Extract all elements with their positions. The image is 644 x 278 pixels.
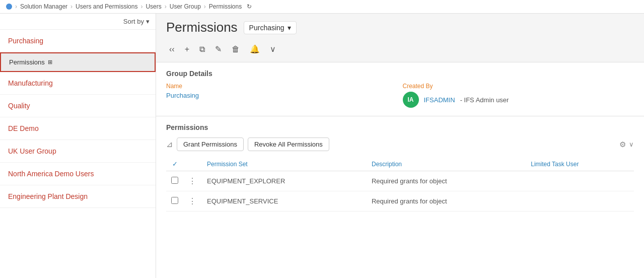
group-badge-label: Purchasing <box>249 24 284 32</box>
sidebar: Sort by ▾ Purchasing Permissions ⊞ Manuf… <box>0 14 156 278</box>
bell-button[interactable]: 🔔 <box>247 42 263 56</box>
table-header-row: ✓ Permission Set Description Limited Tas… <box>166 157 634 171</box>
app-dot <box>6 4 12 10</box>
sort-button[interactable]: Sort by ▾ <box>123 18 150 25</box>
sidebar-item-north-america[interactable]: North America Demo Users <box>0 163 156 185</box>
toolbar: ‹‹ + ⧉ ✎ 🗑 🔔 ∨ <box>166 40 634 58</box>
dots-col-header <box>183 157 202 171</box>
created-by-label: Created By <box>403 83 634 90</box>
main-area: Sort by ▾ Purchasing Permissions ⊞ Manuf… <box>0 14 644 278</box>
description-col-header: Description <box>367 157 526 171</box>
permission-set-cell: EQUIPMENT_EXPLORER <box>202 171 367 191</box>
row-dots-cell: ⋮ <box>183 171 202 191</box>
delete-button[interactable]: 🗑 <box>229 43 243 56</box>
perm-toolbar-right: ⚙ ∨ <box>619 140 634 149</box>
limited-task-user-col-header: Limited Task User <box>526 157 634 171</box>
group-details-grid: Name Purchasing Created By IA IFSADMIN -… <box>156 83 644 116</box>
copy-button[interactable]: ⧉ <box>196 43 208 56</box>
grant-permissions-button[interactable]: Grant Permissions <box>177 137 244 151</box>
row-checkbox[interactable] <box>171 197 178 204</box>
permissions-section-title: Permissions <box>166 123 634 131</box>
title-row: Permissions Purchasing ▾ <box>166 20 634 35</box>
row-checkbox-cell <box>166 191 183 212</box>
group-details-section: Group Details Name Purchasing Created By… <box>156 62 644 116</box>
admin-name: IFSADMIN <box>424 96 455 104</box>
sidebar-item-quality[interactable]: Quality <box>0 95 156 117</box>
content-body: Group Details Name Purchasing Created By… <box>156 62 644 278</box>
permissions-section: Permissions ⊿ Grant Permissions Revoke A… <box>156 116 644 212</box>
permissions-label: Permissions <box>9 58 45 66</box>
edit-button[interactable]: ✎ <box>212 42 225 56</box>
sidebar-item-de-demo[interactable]: DE Demo <box>0 117 156 140</box>
created-by-field: Created By IA IFSADMIN - IFS Admin user <box>403 83 634 108</box>
table-row: ⋮ EQUIPMENT_SERVICE Required grants for … <box>166 191 634 212</box>
row-dots-cell: ⋮ <box>183 191 202 212</box>
description-cell: Required grants for object <box>367 191 526 212</box>
row-checkbox-cell <box>166 171 183 191</box>
row-context-menu-icon[interactable]: ⋮ <box>188 197 197 205</box>
content-panel: Permissions Purchasing ▾ ‹‹ + ⧉ ✎ 🗑 🔔 ∨ <box>156 14 644 278</box>
sidebar-item-engineering-plant[interactable]: Engineering Plant Design <box>0 185 156 208</box>
gear-icon[interactable]: ⚙ <box>619 140 626 149</box>
avatar: IA <box>403 92 419 108</box>
check-all-icon[interactable]: ✓ <box>172 160 178 168</box>
limited-task-user-cell <box>526 171 634 191</box>
breadcrumb-bar: › Solution Manager › Users and Permissio… <box>0 0 644 14</box>
refresh-icon[interactable]: ↻ <box>247 3 252 10</box>
row-checkbox[interactable] <box>171 177 178 184</box>
permissions-toolbar: ⊿ Grant Permissions Revoke All Permissio… <box>166 137 634 151</box>
breadcrumb-users-permissions[interactable]: Users and Permissions <box>76 3 137 10</box>
permission-set-col-header: Permission Set <box>202 157 367 171</box>
more-button[interactable]: ∨ <box>267 42 279 56</box>
sidebar-item-permissions[interactable]: Permissions ⊞ <box>0 52 156 72</box>
created-by-row: IA IFSADMIN - IFS Admin user <box>403 92 634 108</box>
breadcrumb-permissions[interactable]: Permissions <box>209 3 242 10</box>
sort-chevron-icon: ▾ <box>146 18 150 25</box>
sidebar-item-purchasing[interactable]: Purchasing <box>0 30 156 52</box>
check-col-header: ✓ <box>166 157 183 171</box>
revoke-all-permissions-button[interactable]: Revoke All Permissions <box>248 137 329 151</box>
group-badge[interactable]: Purchasing ▾ <box>244 21 297 34</box>
breadcrumb-users[interactable]: Users <box>146 3 161 10</box>
name-value: Purchasing <box>166 92 398 99</box>
chevron-down-icon[interactable]: ∨ <box>629 141 634 148</box>
sort-label: Sort by <box>123 18 144 25</box>
page-title: Permissions <box>166 20 238 35</box>
add-button[interactable]: + <box>182 43 192 56</box>
sidebar-item-manufacturing[interactable]: Manufacturing <box>0 72 156 95</box>
row-context-menu-icon[interactable]: ⋮ <box>188 177 197 185</box>
breadcrumb-user-group[interactable]: User Group <box>170 3 201 10</box>
back-button[interactable]: ‹‹ <box>166 43 178 56</box>
name-field: Name Purchasing <box>166 83 398 108</box>
admin-sub: - IFS Admin user <box>460 96 509 104</box>
permissions-pin-icon: ⊞ <box>48 59 52 65</box>
limited-task-user-cell <box>526 191 634 212</box>
permission-set-cell: EQUIPMENT_SERVICE <box>202 191 367 212</box>
group-badge-chevron-icon: ▾ <box>288 24 291 32</box>
sort-bar: Sort by ▾ <box>0 14 156 30</box>
sidebar-item-uk-user-group[interactable]: UK User Group <box>0 140 156 163</box>
breadcrumb-solution-manager[interactable]: Solution Manager <box>20 3 67 10</box>
description-cell: Required grants for object <box>367 171 526 191</box>
group-details-title: Group Details <box>156 62 644 83</box>
content-header: Permissions Purchasing ▾ ‹‹ + ⧉ ✎ 🗑 🔔 ∨ <box>156 14 644 62</box>
permissions-table: ✓ Permission Set Description Limited Tas… <box>166 157 634 212</box>
filter-icon[interactable]: ⊿ <box>166 140 173 149</box>
table-row: ⋮ EQUIPMENT_EXPLORER Required grants for… <box>166 171 634 191</box>
app-container: › Solution Manager › Users and Permissio… <box>0 0 644 278</box>
name-label: Name <box>166 83 398 90</box>
